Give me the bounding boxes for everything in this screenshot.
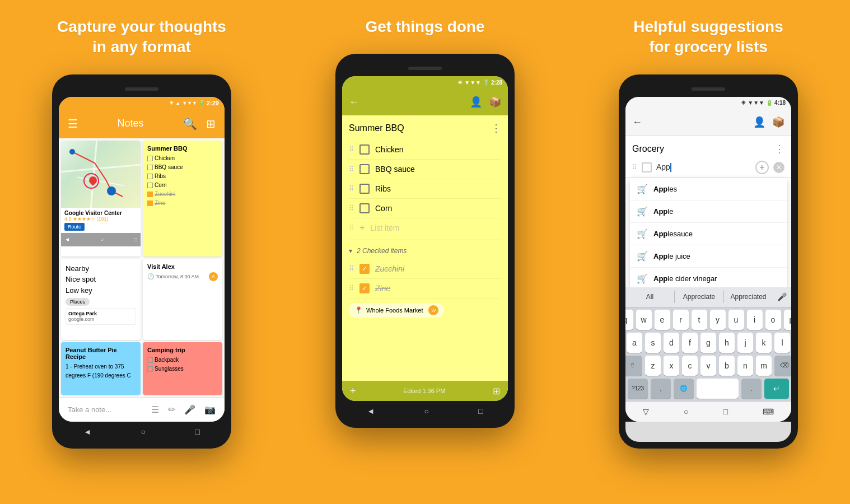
note-card-visit[interactable]: Visit Alex 🕐 Tomorrow, 8:00 AM A: [143, 259, 222, 340]
clear-input-btn[interactable]: ✕: [773, 162, 784, 173]
suggestion-apple[interactable]: 🛒 Apple: [630, 200, 787, 223]
kbd-mic-icon[interactable]: 🎤: [773, 290, 791, 304]
key-i[interactable]: i: [747, 310, 763, 330]
key-period[interactable]: .: [741, 379, 762, 399]
more-icon[interactable]: ⋮: [491, 122, 501, 134]
suggestion-apples[interactable]: 🛒 Apples: [630, 178, 787, 200]
key-comma[interactable]: ,: [651, 379, 671, 399]
key-q[interactable]: q: [625, 310, 633, 330]
checkbox-input[interactable]: [642, 162, 652, 172]
back-icon-2[interactable]: ←: [349, 96, 359, 108]
take-note-placeholder[interactable]: Take a note...: [68, 405, 151, 414]
menu-icon[interactable]: ☰: [68, 117, 78, 130]
back-btn-1[interactable]: ◄: [83, 427, 91, 436]
checklist-item-zucchini[interactable]: ⠿ ✓ Zucchini: [349, 259, 501, 279]
camera-icon[interactable]: 📷: [204, 404, 216, 415]
back-btn-3[interactable]: ▽: [643, 407, 649, 416]
divider-line: [349, 240, 501, 240]
archive-icon-3[interactable]: 📦: [772, 116, 784, 128]
draw-icon[interactable]: ✏: [168, 404, 175, 415]
checkbox-bbq[interactable]: [359, 164, 370, 174]
checkbox-zucchini[interactable]: ✓: [359, 264, 370, 274]
note-card-bbq[interactable]: Summer BBQ Chicken BBQ sauce Ribs Corn Z…: [143, 141, 222, 256]
key-o[interactable]: o: [765, 310, 781, 330]
key-123[interactable]: ?123: [628, 379, 648, 399]
kbd-sug-appreciated[interactable]: Appreciated: [724, 291, 773, 303]
suggestion-applesauce[interactable]: 🛒 Applesauce: [630, 223, 787, 245]
key-w[interactable]: w: [636, 310, 652, 330]
note-card-camping[interactable]: Camping trip Backpack Sunglasses: [143, 342, 222, 395]
archive-icon-2[interactable]: 📦: [489, 96, 501, 108]
more-icon-3[interactable]: ⋮: [774, 143, 784, 155]
ortega-link[interactable]: Ortega Park google.com: [66, 308, 136, 325]
key-s[interactable]: s: [645, 333, 661, 353]
kbd-sug-all[interactable]: All: [625, 291, 675, 303]
key-u[interactable]: u: [728, 310, 744, 330]
key-g[interactable]: g: [700, 333, 716, 353]
key-b[interactable]: b: [719, 356, 735, 376]
key-shift[interactable]: ⇧: [625, 356, 642, 376]
key-c[interactable]: c: [682, 356, 698, 376]
list-item-placeholder[interactable]: ⠿ + List item: [349, 218, 501, 237]
back-icon-3[interactable]: ←: [632, 116, 642, 128]
checked-items-row[interactable]: ▾ 2 Checked items: [349, 242, 501, 259]
note-card-nearby[interactable]: NearbyNice spotLow key Places Ortega Par…: [61, 259, 141, 340]
key-y[interactable]: y: [710, 310, 726, 330]
key-z[interactable]: z: [645, 356, 661, 376]
checklist-item-bbq[interactable]: ⠿ BBQ sauce: [349, 160, 501, 179]
checklist-item-chicken[interactable]: ⠿ Chicken: [349, 140, 501, 160]
input-value[interactable]: App: [656, 162, 671, 172]
home-btn-3[interactable]: ○: [684, 407, 688, 416]
keyboard-btn-3[interactable]: ⌨: [763, 407, 774, 416]
key-globe[interactable]: 🌐: [674, 379, 694, 399]
mic-icon[interactable]: 🎤: [184, 404, 195, 415]
checkbox-zine[interactable]: ✓: [359, 283, 370, 293]
key-j[interactable]: j: [737, 333, 753, 353]
home-btn-1[interactable]: ○: [141, 427, 145, 436]
key-backspace[interactable]: ⌫: [774, 356, 791, 376]
more-options-btn[interactable]: ⊞: [493, 386, 500, 396]
add-item-btn[interactable]: +: [350, 385, 356, 397]
grid-icon[interactable]: ⊞: [206, 117, 216, 130]
key-e[interactable]: e: [655, 310, 670, 330]
key-l[interactable]: l: [774, 333, 790, 353]
key-f[interactable]: f: [682, 333, 698, 353]
location-chip[interactable]: 📍 Whole Foods Market W: [349, 303, 444, 318]
suggestion-apple-cider[interactable]: 🛒 Apple cider vinegar: [630, 268, 787, 287]
key-r[interactable]: r: [673, 310, 689, 330]
kbd-sug-appreciate[interactable]: Appreciate: [675, 291, 724, 303]
note-card-pie[interactable]: Peanut Butter Pie Recipe 1 - Preheat ove…: [61, 342, 141, 395]
key-p[interactable]: p: [784, 310, 792, 330]
list-icon[interactable]: ☰: [151, 404, 159, 415]
person-icon-3[interactable]: 👤: [753, 116, 765, 128]
suggestion-apple-juice[interactable]: 🛒 Apple juice: [630, 245, 787, 268]
key-k[interactable]: k: [756, 333, 772, 353]
checkbox-corn[interactable]: [359, 203, 370, 213]
key-d[interactable]: d: [664, 333, 679, 353]
checkbox-chicken[interactable]: [359, 144, 370, 155]
key-space[interactable]: [697, 379, 739, 399]
recent-btn-1[interactable]: □: [195, 427, 199, 436]
recent-btn-3[interactable]: □: [723, 407, 728, 416]
add-row-btn[interactable]: +: [755, 161, 769, 174]
key-t[interactable]: t: [692, 310, 707, 330]
checkbox-ribs[interactable]: [359, 184, 370, 194]
key-v[interactable]: v: [700, 356, 716, 376]
recent-btn-2[interactable]: □: [478, 407, 483, 416]
key-n[interactable]: n: [737, 356, 753, 376]
person-icon-2[interactable]: 👤: [470, 96, 482, 108]
checklist-item-ribs[interactable]: ⠿ Ribs: [349, 179, 501, 199]
checklist-item-zine[interactable]: ⠿ ✓ Zine: [349, 279, 501, 298]
key-a[interactable]: a: [627, 333, 642, 353]
checklist-item-corn[interactable]: ⠿ Corn: [349, 199, 501, 218]
note-card-map[interactable]: Google Visitor Center 4.0 ★★★★☆ (191) Ro…: [61, 141, 141, 256]
key-h[interactable]: h: [719, 333, 735, 353]
key-enter[interactable]: ↵: [764, 379, 789, 399]
back-btn-2[interactable]: ◄: [367, 407, 375, 416]
key-x[interactable]: x: [664, 356, 679, 376]
search-icon[interactable]: 🔍: [183, 117, 197, 130]
route-button[interactable]: Route: [64, 223, 85, 231]
key-m[interactable]: m: [756, 356, 772, 376]
home-btn-2[interactable]: ○: [424, 407, 428, 416]
add-circle-icon[interactable]: +: [755, 161, 769, 174]
